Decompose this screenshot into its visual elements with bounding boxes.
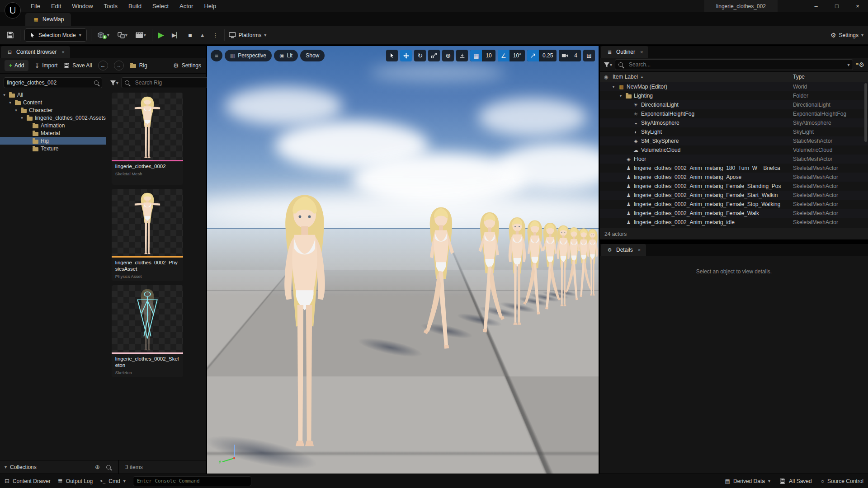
outliner-row[interactable]: ◐ SkyLight SkyLight xyxy=(600,127,868,136)
outliner-row[interactable]: ♟ lingerie_clothes_0002_Anim_metarig_Fem… xyxy=(600,182,868,191)
asset-search-input[interactable] xyxy=(132,80,208,86)
outliner-row[interactable]: ♟ lingerie_clothes_0002_Anim_metarig_Fem… xyxy=(600,209,868,218)
add-actor-button[interactable]: ▾ xyxy=(95,29,111,42)
add-button[interactable]: + Add xyxy=(5,60,28,71)
outliner-row[interactable]: ☀ DirectionalLight DirectionalLight xyxy=(600,100,868,109)
tab-details[interactable]: ⚙ Details × xyxy=(601,244,646,256)
outliner-row[interactable]: ☁ VolumetricCloud VolumetricCloud xyxy=(600,145,868,155)
asset-tile[interactable]: lingerie_clothes_0002_Skeleton Skeleton xyxy=(112,285,183,377)
close-button[interactable]: × xyxy=(847,0,868,12)
expand-caret-icon[interactable]: ▾ xyxy=(611,84,616,89)
blueprints-button[interactable]: ▾ xyxy=(115,30,129,41)
menu-item[interactable]: File xyxy=(25,0,46,12)
outliner-row[interactable]: ♟ lingerie_clothes_0002_Anim_metarig_idl… xyxy=(600,218,868,227)
outliner-settings-button[interactable]: ⚙ xyxy=(859,61,864,68)
visibility-eye-icon[interactable]: ◉ xyxy=(600,74,613,80)
cinematics-button[interactable]: ▾ xyxy=(133,30,148,40)
camera-speed-button[interactable] xyxy=(559,50,571,61)
platforms-dropdown[interactable]: Platforms ▾ xyxy=(229,32,267,38)
world-space-toggle[interactable]: ⊕ xyxy=(442,50,454,61)
tab-newmap[interactable]: ▦ NewMap xyxy=(25,13,71,26)
outliner-row[interactable]: ▾ ▦ NewMap (Editor) World xyxy=(600,82,868,91)
console-command-input[interactable] xyxy=(133,478,251,484)
item-label-column-header[interactable]: Item Label xyxy=(613,74,638,80)
outliner-row[interactable]: ◈ Floor StaticMeshActor xyxy=(600,155,868,164)
unreal-logo[interactable]: U xyxy=(5,2,21,19)
view-mode-dropdown[interactable]: ◉ Lit xyxy=(274,50,298,61)
content-drawer-button[interactable]: ⊟ Content Drawer xyxy=(5,478,51,484)
outliner-row[interactable]: ♟ lingerie_clothes_0002_Anim_metarig_Fem… xyxy=(600,191,868,200)
menu-item[interactable]: Window xyxy=(66,0,98,12)
play-button[interactable]: ▶ xyxy=(156,28,166,42)
character-model[interactable] xyxy=(261,190,348,450)
surface-snap-toggle[interactable] xyxy=(456,50,468,61)
collections-bar[interactable]: ▾ Collections ⊕ xyxy=(0,460,119,474)
viewport-panel[interactable]: ≡ ▥ Perspective ◉ Lit Show xyxy=(207,46,599,474)
tree-item[interactable]: Material xyxy=(0,129,106,137)
back-button[interactable]: ← xyxy=(98,61,108,70)
stop-button[interactable]: ■ xyxy=(186,30,193,41)
outliner-row[interactable]: ≋ ExponentialHeightFog ExponentialHeight… xyxy=(600,109,868,118)
scale-snap-toggle[interactable] xyxy=(527,50,539,61)
tab-content-browser[interactable]: ⊟ Content Browser × xyxy=(1,46,70,58)
tree-item[interactable]: Texture xyxy=(0,145,106,152)
grid-snap-value[interactable]: 10 xyxy=(482,52,495,59)
type-column-header[interactable]: Type xyxy=(793,74,868,80)
output-log-button[interactable]: ≣ Output Log xyxy=(58,478,93,484)
tree-item[interactable]: ▾ All xyxy=(0,91,106,99)
rotate-tool-button[interactable]: ↻ xyxy=(414,50,426,61)
show-dropdown[interactable]: Show xyxy=(300,50,325,61)
scale-tool-button[interactable] xyxy=(428,50,440,61)
derived-data-button[interactable]: ▤ Derived Data ▾ xyxy=(725,478,770,484)
eject-button[interactable]: ▲ xyxy=(198,30,207,40)
source-control-button[interactable]: ○ Source Control xyxy=(821,478,863,484)
settings-dropdown[interactable]: ⚙ Settings ▾ xyxy=(830,32,863,39)
scale-snap-value[interactable]: 0.25 xyxy=(539,52,557,59)
maximize-viewport-button[interactable]: ⊞ xyxy=(583,50,595,61)
chevron-down-icon[interactable]: ▾ xyxy=(847,62,849,67)
select-tool-button[interactable] xyxy=(386,50,398,61)
restore-button[interactable]: □ xyxy=(826,0,847,12)
save-all-button[interactable]: Save All xyxy=(63,62,92,69)
grid-snap-toggle[interactable]: ▦ xyxy=(470,50,482,61)
outliner-search-input[interactable] xyxy=(626,61,847,68)
expand-caret-icon[interactable]: ▾ xyxy=(618,94,623,98)
outliner-row[interactable]: ♟ lingerie_clothes_0002_Anim_metarig_180… xyxy=(600,164,868,173)
cmd-dropdown[interactable]: >_ Cmd ▾ xyxy=(100,478,125,484)
outliner-scrollbar[interactable] xyxy=(864,83,867,142)
all-saved-button[interactable]: All Saved xyxy=(779,478,812,484)
outliner-filter-button[interactable]: ▾ xyxy=(604,62,612,68)
cb-settings-button[interactable]: ⚙ Settings xyxy=(173,62,201,69)
outliner-row[interactable]: ♟ lingerie_clothes_0002_Anim_metarig_Apo… xyxy=(600,173,868,182)
move-tool-button[interactable] xyxy=(400,50,412,61)
menu-item[interactable]: Edit xyxy=(46,0,66,12)
breadcrumb[interactable]: Rig xyxy=(130,62,147,69)
tab-outliner[interactable]: ≣ Outliner × xyxy=(601,46,648,58)
play-options-kebab[interactable]: ⋮ xyxy=(211,30,220,40)
viewport-options-button[interactable]: ≡ xyxy=(211,50,222,61)
import-button[interactable]: ↧ Import xyxy=(34,62,57,69)
perspective-dropdown[interactable]: ▥ Perspective xyxy=(225,50,272,61)
menu-item[interactable]: Select xyxy=(147,0,174,12)
search-icon[interactable] xyxy=(106,465,111,469)
sources-search-input[interactable] xyxy=(4,80,91,86)
character-model[interactable] xyxy=(416,204,466,354)
frame-skip-button[interactable]: ▶▏ xyxy=(170,30,182,40)
character-model[interactable] xyxy=(581,228,599,296)
rotation-snap-toggle[interactable]: ∠ xyxy=(498,50,509,61)
menu-item[interactable]: Build xyxy=(123,0,147,12)
asset-tile[interactable]: lingerie_clothes_0002_PhysicsAsset Physi… xyxy=(112,189,183,281)
tree-item[interactable]: ▾ lingerie_clothes_0002-Assets xyxy=(0,114,106,122)
outliner-row[interactable]: ◒ SkyAtmosphere SkyAtmosphere xyxy=(600,118,868,127)
selection-mode-dropdown[interactable]: Selection Mode ▾ xyxy=(24,28,87,42)
menu-item[interactable]: Actor xyxy=(174,0,198,12)
menu-item[interactable]: Help xyxy=(198,0,222,12)
outliner-row[interactable]: ◈ SM_SkySphere StaticMeshActor xyxy=(600,136,868,145)
filter-button[interactable]: ▾ xyxy=(110,80,118,86)
expand-caret-icon[interactable]: ▾ xyxy=(8,100,13,105)
expand-caret-icon[interactable]: ▾ xyxy=(19,116,24,120)
asset-tile[interactable]: lingerie_clothes_0002 Skeletal Mesh xyxy=(112,93,183,185)
tree-item[interactable]: ▾ Content xyxy=(0,99,106,106)
close-icon[interactable]: × xyxy=(61,49,64,55)
outliner-row[interactable]: ♟ lingerie_clothes_0002_Anim_metarig_Fem… xyxy=(600,200,868,209)
